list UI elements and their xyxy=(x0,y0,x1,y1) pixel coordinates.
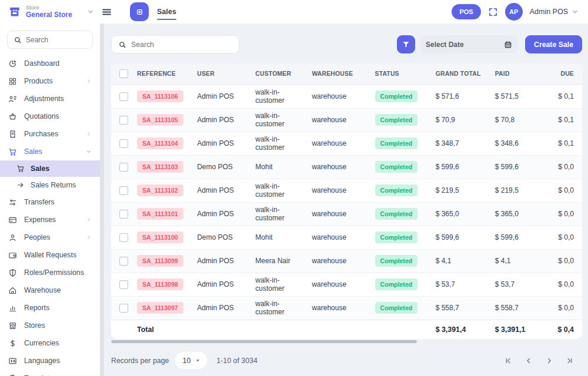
page-size-select[interactable]: 10 xyxy=(175,352,208,369)
row-checkbox[interactable] xyxy=(119,233,128,242)
sidebar-item-peoples[interactable]: Peoples xyxy=(0,229,100,246)
paid-cell: $ 4,1 xyxy=(492,249,550,273)
sidebar-item-wallet-requests[interactable]: Wallet Requests xyxy=(0,246,100,264)
reference-badge[interactable]: SA_1113101 xyxy=(137,208,183,220)
reference-badge[interactable]: SA_1113100 xyxy=(137,231,183,243)
tab-bar: Sales xyxy=(112,0,452,24)
store-name: General Store xyxy=(26,11,82,19)
table-row: SA_1113105Admin POSwalk-in-customerwareh… xyxy=(111,108,582,132)
table-body: SA_1113106Admin POSwalk-in-customerwareh… xyxy=(111,85,582,320)
user-menu[interactable]: Admin POS xyxy=(530,8,579,16)
horizontal-scrollbar[interactable] xyxy=(111,340,417,343)
sidebar-item-expenses[interactable]: Expenses xyxy=(0,211,100,229)
pos-button[interactable]: POS xyxy=(452,4,480,19)
user-name: Admin POS xyxy=(530,8,568,16)
tab-sales[interactable]: Sales xyxy=(157,0,176,24)
store-label: Store xyxy=(26,5,82,11)
stores-icon xyxy=(8,321,17,330)
warehouse-cell: warehouse xyxy=(308,249,371,273)
customer-cell: walk-in-customer xyxy=(252,179,308,202)
sidebar-item-languages[interactable]: Languages xyxy=(0,352,100,370)
add-tab-button[interactable] xyxy=(130,2,149,21)
avatar[interactable]: AP xyxy=(505,3,523,21)
row-checkbox[interactable] xyxy=(119,280,128,289)
sidebar-item-reports[interactable]: Reports xyxy=(0,299,100,317)
sidebar-item-quotations[interactable]: Quotations xyxy=(0,108,100,125)
customer-cell: walk-in-customer xyxy=(252,108,308,132)
sidebar-subitem-sales-returns[interactable]: Sales Returns xyxy=(0,177,100,193)
grand-total-cell: $ 558,7 xyxy=(432,296,492,320)
reference-badge[interactable]: SA_1113097 xyxy=(137,302,183,314)
sidebar-item-adjustments[interactable]: Adjustments xyxy=(0,90,100,108)
calendar-icon xyxy=(504,41,512,49)
table-search-input[interactable] xyxy=(131,41,232,49)
reference-badge[interactable]: SA_1113104 xyxy=(137,137,183,149)
row-checkbox[interactable] xyxy=(119,116,128,125)
due-cell: $ 0,1 xyxy=(550,132,582,155)
create-sale-button[interactable]: Create Sale xyxy=(525,35,582,53)
sidebar-item-purchases[interactable]: Purchases xyxy=(0,125,100,143)
status-badge: Completed xyxy=(375,302,418,314)
status-badge: Completed xyxy=(375,114,418,126)
sidebar-item-dashboard[interactable]: Dashboard xyxy=(0,55,100,72)
reference-badge[interactable]: SA_1113102 xyxy=(137,184,183,196)
grand-total-cell: $ 571,6 xyxy=(432,85,492,108)
dashboard-icon xyxy=(8,59,17,68)
user-cell: Admin POS xyxy=(193,85,252,108)
select-date-field[interactable]: Select Date xyxy=(420,35,518,53)
reference-badge[interactable]: SA_1113099 xyxy=(137,255,183,267)
total-due: $ 0,4 xyxy=(550,320,582,339)
row-checkbox[interactable] xyxy=(119,92,128,101)
due-cell: $ 0,0 xyxy=(550,202,582,226)
store-selector[interactable]: Store General Store xyxy=(0,5,100,19)
search-icon xyxy=(118,41,126,49)
paid-cell: $ 571,5 xyxy=(492,85,550,108)
currency-icon xyxy=(8,339,17,348)
select-all-checkbox[interactable] xyxy=(119,69,128,78)
toolbar-right: Select Date Create Sale xyxy=(397,35,582,53)
reference-badge[interactable]: SA_1113103 xyxy=(137,161,183,173)
sidebar-item-stores[interactable]: Stores xyxy=(0,317,100,334)
sidebar-item-roles-permissions[interactable]: Roles/Permissions xyxy=(0,264,100,281)
prev-page-button[interactable] xyxy=(523,355,534,366)
table-search[interactable] xyxy=(111,35,239,53)
paid-cell: $ 558,7 xyxy=(492,296,550,320)
fullscreen-icon[interactable] xyxy=(488,7,498,17)
sidebar-item-warehouse[interactable]: Warehouse xyxy=(0,281,100,299)
warehouse-cell: warehouse xyxy=(308,155,371,179)
reference-badge[interactable]: SA_1113098 xyxy=(137,278,183,290)
store-selector-labels: Store General Store xyxy=(26,5,82,19)
status-badge: Completed xyxy=(375,90,418,102)
due-cell: $ 0,1 xyxy=(550,108,582,132)
shield-icon xyxy=(8,268,17,277)
sidebar-search-input[interactable] xyxy=(26,36,86,44)
row-checkbox[interactable] xyxy=(119,210,128,219)
app-root: Store General Store Sales POS AP Admin P… xyxy=(0,0,588,376)
column-header-due: DUE xyxy=(550,63,582,85)
reference-badge[interactable]: SA_1113106 xyxy=(137,90,183,102)
row-checkbox[interactable] xyxy=(119,257,128,266)
user-cell: Demo POS xyxy=(193,226,252,249)
sidebar-item-currencies[interactable]: Currencies xyxy=(0,334,100,352)
column-header-grand_total: GRAND TOTAL xyxy=(432,63,492,85)
row-checkbox[interactable] xyxy=(119,186,128,195)
reference-badge[interactable]: SA_1113105 xyxy=(137,114,183,126)
sidebar-scrollbar[interactable] xyxy=(100,24,104,376)
hamburger-menu-icon[interactable] xyxy=(101,6,112,18)
due-cell: $ 0,0 xyxy=(550,155,582,179)
warehouse-cell: warehouse xyxy=(308,85,371,108)
row-checkbox[interactable] xyxy=(119,163,128,172)
next-page-button[interactable] xyxy=(544,355,554,366)
sidebar-item-products[interactable]: Products xyxy=(0,72,100,90)
sidebar-item-templates[interactable]: Templates xyxy=(0,370,100,376)
row-checkbox[interactable] xyxy=(119,304,128,313)
filter-button[interactable] xyxy=(397,35,415,53)
sidebar-subitem-sales[interactable]: Sales xyxy=(0,160,100,177)
first-page-button[interactable] xyxy=(503,355,513,366)
status-badge: Completed xyxy=(375,137,418,149)
sidebar-item-sales[interactable]: Sales xyxy=(0,143,100,160)
last-page-button[interactable] xyxy=(564,355,575,366)
row-checkbox[interactable] xyxy=(119,139,128,148)
sidebar-item-transfers[interactable]: Transfers xyxy=(0,193,100,211)
sidebar-search[interactable] xyxy=(7,31,93,49)
